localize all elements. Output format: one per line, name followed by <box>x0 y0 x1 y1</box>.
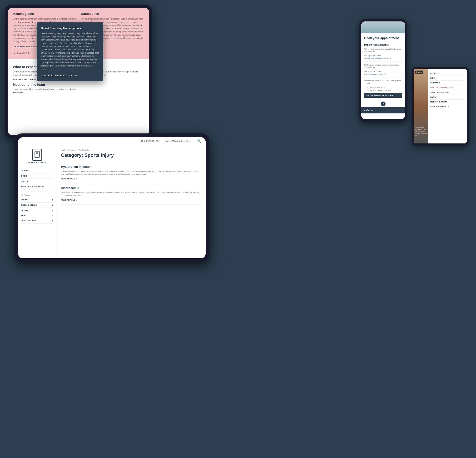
logo-area: 108 HARLEY STREET <box>21 149 53 163</box>
online-appointment-btn[interactable]: ONLINE APPOINTMENT FORM › <box>364 93 402 98</box>
sidebar-book[interactable]: BOOK <box>21 174 53 179</box>
article-1-title: Hyaluronan injection <box>61 165 201 168</box>
breadcrumb-part2: For Patients <box>79 149 89 151</box>
article-1: Hyaluronan injection Hyaluronan injectio… <box>61 165 201 180</box>
breadcrumb: Health Information › For Patients <box>61 149 201 151</box>
nav-fees[interactable]: FEES & PAYMENTS <box>430 104 465 109</box>
patient-groin-label: GROIN & HERNIA <box>21 204 37 206</box>
for-patients-label: For Patients <box>21 194 53 196</box>
article-2-title: Arthrosamid <box>61 186 201 190</box>
read-article-chevron: › <box>66 74 67 77</box>
bottom-sidebar: 108 HARLEY STREET CLINICS BOOK CONTACT H… <box>18 145 56 258</box>
bottom-header: +44 (0)207 563 1234 info@108harleystreet… <box>18 137 206 145</box>
tablet-small-image: ⊞ MENU ic offers a d by consultant n mol… <box>414 69 428 143</box>
ultrasounds-title: Ultrasounds <box>81 12 144 16</box>
chevron-groin: › <box>52 204 53 206</box>
bottom-main: 108 HARLEY STREET CLINICS BOOK CONTACT H… <box>18 145 206 258</box>
menu-grid-icon: ⊞ <box>416 71 417 73</box>
popup: Breast Screening Mammograms Breast scree… <box>37 22 103 81</box>
email-link-2[interactable]: xray@108harleystreet.co.uk <box>364 73 402 75</box>
read-full-article-btn[interactable]: READ FULL ARTICLE › <box>41 74 67 77</box>
phone-hero-image <box>361 21 405 33</box>
patient-skin[interactable]: SKIN › <box>21 213 53 218</box>
patient-text: To book your consultation appointment, p… <box>364 48 402 53</box>
logo-text: 108 HARLEY STREET <box>21 162 53 163</box>
read-article-1-label: READ ARTICLE <box>61 178 75 180</box>
email-link-1[interactable]: frontoffice@108harleystreet.co.uk <box>364 57 402 60</box>
tablet-screen: Mammograms During your mammogram examina… <box>8 8 149 135</box>
chevron-sports: › <box>52 220 53 222</box>
patient-breast-label: BREAST <box>21 199 29 201</box>
phone-screen: Book your appointment Patient Appointmen… <box>361 21 405 119</box>
nav-contact[interactable]: CONTACT <box>430 80 465 85</box>
appointment-btn-chevron: › <box>400 95 400 96</box>
the-team-btn[interactable]: THE TEAM › <box>13 92 144 94</box>
referrals-section: Referrals <box>361 107 405 114</box>
meet-team-title: Meet our clinic team <box>13 83 144 87</box>
search-icon[interactable]: 🔍 <box>197 139 201 143</box>
patient-skin-label: SKIN <box>21 214 26 217</box>
patient-breast[interactable]: BREAST › <box>21 197 53 203</box>
xray-text: For Xray and imaging appointments, pleas… <box>364 64 402 69</box>
nav-clinics[interactable]: CLINICS <box>430 71 465 76</box>
tablet-small-screen: ⊞ MENU ic offers a d by consultant n mol… <box>414 69 467 143</box>
phone-content: Book your appointment Patient Appointmen… <box>361 33 405 101</box>
patient-rectal[interactable]: RECTAL › <box>21 208 53 213</box>
close-chevron: › <box>78 74 79 77</box>
nav-health-info[interactable]: HEALTH INFORMATION <box>430 85 465 90</box>
menu-badge[interactable]: ⊞ MENU <box>415 70 423 74</box>
patient-sports[interactable]: SPORTS INJURY › <box>21 218 53 223</box>
header-email: info@108harleystreet.co.uk <box>165 140 191 142</box>
chevron-rectal: › <box>52 209 53 211</box>
referrals-label: Referrals <box>364 109 374 112</box>
sidebar-contact[interactable]: CONTACT <box>21 179 53 184</box>
bullet-999: For medical emergency – 999 <box>367 89 402 91</box>
nav-meet-team[interactable]: MEET THE TEAM <box>430 100 465 104</box>
article-1-text: Hyaluronan injection is a treatment for … <box>61 170 201 176</box>
sidebar-health-info[interactable]: HEALTH INFORMATION <box>21 184 53 189</box>
mammograms-title: Mammograms <box>13 12 76 16</box>
category-title: Category: Sports Injury <box>61 152 201 158</box>
close-btn[interactable]: CLOSE › <box>69 74 79 77</box>
patient-appointments-label: Patient Appointments <box>364 44 402 46</box>
tablet-large: Mammograms During your mammogram examina… <box>5 5 152 138</box>
scroll-up-btn[interactable]: ∧ <box>381 102 386 106</box>
bullet-111: For medical help – 111 <box>367 86 402 88</box>
article-2: Arthrosamid Arthrosamid is an injection … <box>61 186 201 201</box>
menu-label: MENU <box>418 71 422 73</box>
breadcrumb-part1: Health Information <box>61 149 76 151</box>
nav-book[interactable]: BOOK <box>430 76 465 80</box>
sidebar-divider <box>21 192 53 192</box>
phone-link-2[interactable]: +44 (0)20 7563 1234 <box>364 70 402 72</box>
bottom-content: Health Information › For Patients Catego… <box>56 145 206 258</box>
article-divider-bottom <box>61 204 201 204</box>
patient-rectal-label: RECTAL <box>21 209 29 211</box>
nav-skin-clinic[interactable]: SKIN CLINIC HOME <box>430 90 465 95</box>
header-phone: +44 (0)207 563 1234 <box>139 140 159 142</box>
sidebar-body-text: ic offers a d by consultant n mole check… <box>415 126 427 136</box>
read-article-1-btn[interactable]: READ ARTICLE › <box>61 177 201 180</box>
close-label: CLOSE <box>69 74 77 77</box>
svg-rect-0 <box>35 151 40 158</box>
sidebar-clinics[interactable]: CLINICS <box>21 168 53 174</box>
appointment-btn-label: ONLINE APPOINTMENT FORM <box>366 95 393 96</box>
phone-divider-2 <box>364 77 402 78</box>
tablet-bottom-screen: +44 (0)207 563 1234 info@108harleystreet… <box>18 137 206 258</box>
logo-svg <box>34 151 40 159</box>
popup-text: Breast screening helps detect cancer or … <box>41 32 99 71</box>
tablet-small-nav-menu: CLINICS BOOK CONTACT HEALTH INFORMATION … <box>428 69 467 143</box>
phone-link-1[interactable]: +44 (0)20 7563 1234 <box>364 54 402 57</box>
nav-faqs[interactable]: FAQS <box>430 95 465 100</box>
logo-icon <box>32 149 42 161</box>
phone-device: Book your appointment Patient Appointmen… <box>359 19 407 122</box>
patient-sports-label: SPORTS INJURY <box>21 220 36 222</box>
read-article-2-btn[interactable]: READ ARTICLE › <box>61 199 201 201</box>
popup-actions: READ FULL ARTICLE › CLOSE › <box>41 74 99 77</box>
sidebar-description: ic offers a d by consultant n mole check… <box>415 126 427 136</box>
breast-icon: ♀ <box>13 51 16 55</box>
the-team-label: THE TEAM <box>13 92 23 94</box>
article-divider-mid <box>61 183 201 183</box>
patient-groin[interactable]: GROIN & HERNIA › <box>21 203 53 208</box>
breast-clinic-label: Breast CLINIC <box>17 52 30 54</box>
meet-team-text: Learn more about the consultants and sur… <box>13 88 144 90</box>
